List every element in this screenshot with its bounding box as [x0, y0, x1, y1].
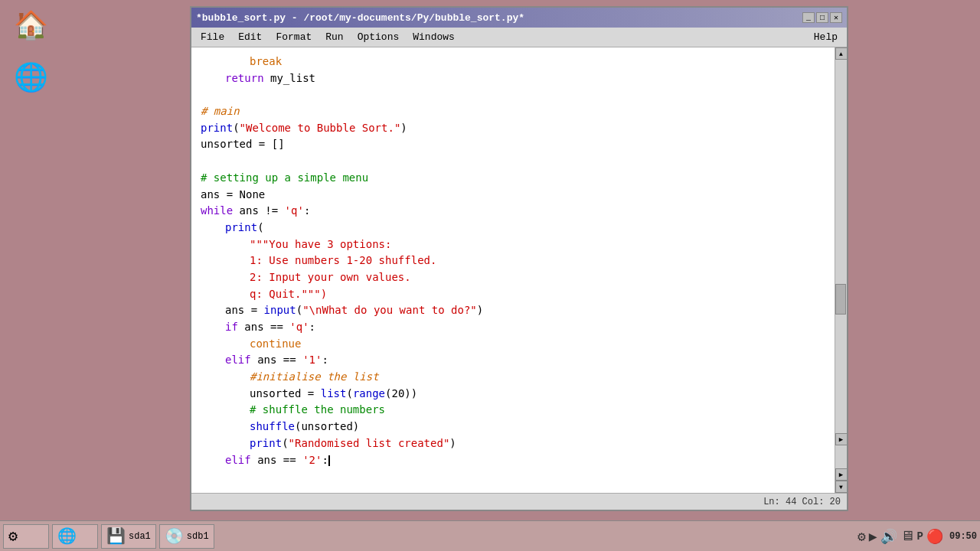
- menu-options[interactable]: Options: [351, 30, 406, 44]
- home-icon[interactable]: 🏠: [8, 8, 54, 44]
- menu-run[interactable]: Run: [319, 30, 349, 44]
- tray-red-icon[interactable]: 🔴: [926, 528, 943, 545]
- vertical-scrollbar[interactable]: ▲ ▶ ▶ ▼: [835, 47, 847, 493]
- scroll-thumb[interactable]: [835, 284, 846, 315]
- scroll-track[interactable]: [835, 60, 847, 433]
- maximize-button[interactable]: □: [816, 12, 828, 23]
- menu-format[interactable]: Format: [270, 30, 318, 44]
- tray-volume-icon[interactable]: 🔊: [880, 528, 897, 545]
- expand-right-arrow2[interactable]: ▶: [835, 468, 848, 481]
- menu-file[interactable]: File: [194, 30, 230, 44]
- taskbar-network[interactable]: 🌐: [52, 524, 98, 549]
- window-titlebar: *bubble_sort.py - /root/my-documents/Py/…: [191, 8, 847, 28]
- tray-python-icon[interactable]: P: [917, 530, 923, 543]
- editor-window: *bubble_sort.py - /root/my-documents/Py/…: [190, 6, 848, 511]
- tray-music-icon[interactable]: ▶: [869, 528, 877, 545]
- menubar: File Edit Format Run Options Windows Hel…: [191, 28, 847, 47]
- scroll-up-button[interactable]: ▲: [835, 47, 848, 60]
- network-icon: 🌐: [57, 527, 77, 546]
- start-icon: ⚙: [8, 527, 18, 546]
- taskbar-start[interactable]: ⚙: [3, 524, 49, 549]
- taskbar-sdb1-label: sdb1: [187, 531, 209, 542]
- taskbar-files-sda1[interactable]: 💾 sda1: [101, 524, 156, 549]
- statusbar: Ln: 44 Col: 20: [191, 493, 847, 510]
- taskbar: ⚙ 🌐 💾 sda1 💿 sdb1 ⚙ ▶ 🔊 🖥 P 🔴 09:50: [0, 520, 980, 551]
- taskbar-files-sdb1[interactable]: 💿 sdb1: [159, 524, 214, 549]
- tray-settings-icon[interactable]: ⚙: [858, 528, 866, 545]
- taskbar-sda1-label: sda1: [129, 531, 151, 542]
- drive-sda1-icon: 💾: [106, 527, 126, 546]
- drive-sdb1-icon: 💿: [165, 527, 184, 546]
- code-area-wrapper: break return my_list # main print("Welco…: [191, 47, 847, 493]
- window-controls: _ □ ✕: [802, 12, 842, 23]
- taskbar-time: 09:50: [946, 531, 977, 542]
- cursor-position: Ln: 44 Col: 20: [763, 497, 841, 507]
- code-editor[interactable]: break return my_list # main print("Welco…: [191, 47, 835, 493]
- scroll-down-button[interactable]: ▼: [835, 481, 848, 493]
- minimize-button[interactable]: _: [802, 12, 815, 23]
- menu-edit[interactable]: Edit: [232, 30, 268, 44]
- menu-windows[interactable]: Windows: [407, 30, 461, 44]
- close-button[interactable]: ✕: [830, 12, 842, 23]
- expand-right-arrow[interactable]: ▶: [835, 433, 848, 445]
- desktop-icons: 🏠 🌐: [8, 8, 54, 96]
- taskbar-tray: ⚙ ▶ 🔊 🖥 P 🔴 09:50: [858, 528, 977, 545]
- tray-display-icon[interactable]: 🖥: [900, 528, 914, 544]
- globe-icon[interactable]: 🌐: [8, 60, 54, 96]
- menu-help[interactable]: Help: [808, 30, 844, 44]
- window-title: *bubble_sort.py - /root/my-documents/Py/…: [196, 12, 524, 24]
